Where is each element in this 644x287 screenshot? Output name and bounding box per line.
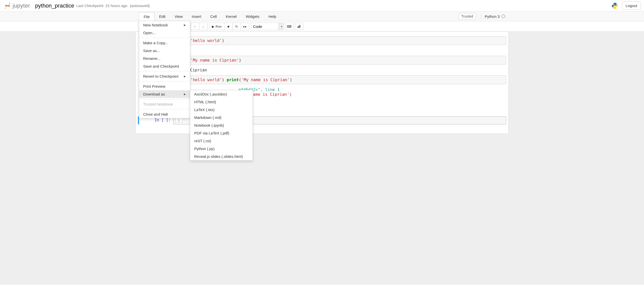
chevron-right-icon: ▶ [184,93,186,95]
kernel-indicator[interactable]: Python 3 [481,14,505,19]
menu-file-label: File [144,15,150,19]
jupyter-logo[interactable]: jupyter [4,2,30,9]
notebook-backdrop: In [1]: print('hello world') world print… [0,32,644,285]
menu-divider [139,99,190,99]
svg-point-3 [614,3,614,4]
output-cell: me is Ciprian [138,66,506,74]
menu-view[interactable]: View [170,12,187,21]
notebook-name[interactable]: python_practice [35,3,74,9]
arrow-down-icon: ↓ [203,25,204,28]
output-text: world [173,46,506,54]
move-up-button[interactable]: ↑ [191,23,199,30]
svg-rect-5 [298,26,298,28]
python-icon [611,2,618,9]
restart-run-all-button[interactable]: ▸▸ [241,23,249,30]
kernel-idle-icon [502,15,505,18]
menu-divider [139,71,190,71]
autosave-status: (autosaved) [130,4,150,8]
command-palette-button[interactable]: ⌨ [285,23,294,30]
download-asciidoc[interactable]: AsciiDoc (.asciidoc) [190,90,253,98]
line-number: 1 [175,118,182,123]
logout-button[interactable]: Logout [622,2,641,10]
keyboard-icon: ⌨ [287,25,292,28]
menu-kernel[interactable]: Kernel [221,12,241,21]
download-rst[interactable]: reST (.rst) [190,137,253,145]
download-notebook[interactable]: Notebook (.ipynb) [190,121,253,129]
file-download-as[interactable]: Download as▶ AsciiDoc (.asciidoc) HTML (… [139,90,190,98]
output-text: me is Ciprian [173,66,506,74]
run-icon: ▶ [212,25,214,28]
menu-file[interactable]: File New Notebook▶ Open... Make a Copy..… [139,12,154,21]
code-input[interactable]: print('hello world') [173,36,506,45]
cell-type-select[interactable]: Code [251,23,284,30]
checkpoint-status: Last Checkpoint: 15 hours ago [76,4,127,8]
file-open[interactable]: Open... [139,29,190,37]
download-latex[interactable]: LaTeX (.tex) [190,106,253,114]
menubar: File New Notebook▶ Open... Make a Copy..… [0,12,644,21]
download-python[interactable]: Python (.py) [190,145,253,153]
file-revert-checkpoint[interactable]: Revert to Checkpoint▶ [139,72,190,80]
download-as-submenu: AsciiDoc (.asciidoc) HTML (.html) LaTeX … [190,90,253,161]
trusted-indicator[interactable]: Trusted [459,13,476,20]
fast-forward-icon: ▸▸ [243,25,247,28]
chevron-right-icon: ▶ [184,24,186,26]
kernel-name: Python 3 [485,14,500,19]
menu-help[interactable]: Help [264,12,281,21]
file-close-halt[interactable]: Close and Halt [139,110,190,118]
jupyter-logo-text: jupyter [13,3,30,9]
svg-rect-6 [299,26,299,28]
svg-point-2 [5,8,6,9]
restart-icon: ↻ [235,25,238,28]
download-markdown[interactable]: Markdown (.md) [190,114,253,121]
stop-icon: ■ [227,25,229,28]
svg-point-4 [616,8,616,8]
menu-divider [139,38,190,38]
download-html[interactable]: HTML (.html) [190,98,253,106]
menu-widgets[interactable]: Widgets [241,12,264,21]
file-print-preview[interactable]: Print Preview [139,82,190,90]
code-cell[interactable]: print('hello world') print('My name is C… [138,75,506,84]
arrow-up-icon: ↑ [194,25,196,28]
svg-point-1 [9,3,10,4]
code-cell[interactable]: In [1]: print('hello world') [138,36,506,45]
menu-edit[interactable]: Edit [154,12,170,21]
file-dropdown: New Notebook▶ Open... Make a Copy... Sav… [139,21,190,118]
file-rename[interactable]: Rename... [139,55,190,62]
svg-rect-7 [300,25,300,28]
file-trusted-notebook: Trusted Notebook [139,100,190,108]
file-make-copy[interactable]: Make a Copy... [139,39,190,47]
file-save-checkpoint[interactable]: Save and Checkpoint [139,62,190,70]
chart-button[interactable] [295,23,303,30]
output-cell: world [138,46,506,54]
code-cell[interactable]: print('My name is Ciprian') [138,56,506,65]
toolbar: ↑ ↓ ▶Run ■ ↻ ▸▸ Code ⌨ [0,21,644,32]
interrupt-button[interactable]: ■ [224,23,233,30]
file-save-as[interactable]: Save as... [139,47,190,55]
file-new-notebook[interactable]: New Notebook▶ [139,21,190,29]
code-input[interactable]: print('hello world') print('My name is C… [173,75,506,84]
move-down-button[interactable]: ↓ [199,23,208,30]
menu-cell[interactable]: Cell [206,12,221,21]
run-button[interactable]: ▶Run [209,23,224,30]
chevron-right-icon: ▶ [184,75,186,78]
menu-divider [139,81,190,81]
download-revealjs[interactable]: Reveal.js slides (.slides.html) [190,153,253,160]
code-input[interactable]: print('My name is Ciprian') [173,56,506,65]
menu-insert[interactable]: Insert [187,12,206,21]
menu-divider [139,109,190,109]
notebook-header: jupyter python_practice Last Checkpoint:… [0,0,644,12]
bar-chart-icon [297,25,301,28]
download-pdf[interactable]: PDF via LaTeX (.pdf) [190,129,253,137]
restart-button[interactable]: ↻ [232,23,241,30]
jupyter-logo-icon [4,2,11,9]
